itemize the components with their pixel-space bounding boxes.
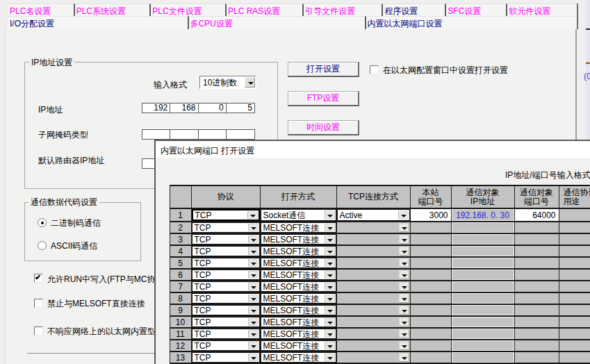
ip-octet-2[interactable]: 168: [170, 104, 198, 113]
tab-r1-1[interactable]: PLC名设置: [6, 3, 74, 16]
open-method-combobox[interactable]: MELSOFT连接: [261, 258, 336, 268]
protocol-combobox[interactable]: TCP: [192, 246, 260, 256]
time-settings-button[interactable]: 时间设置: [288, 120, 359, 135]
protocol-combobox[interactable]: TCP: [192, 305, 260, 315]
dropdown-icon[interactable]: [325, 210, 335, 220]
subnet-octet-1[interactable]: [142, 130, 170, 139]
protocol-combobox[interactable]: TCP: [192, 222, 260, 233]
open-method-combobox[interactable]: MELSOFT连接: [261, 234, 336, 245]
open-method-combobox[interactable]: MELSOFT连接: [261, 352, 336, 363]
dropdown-icon[interactable]: [399, 282, 409, 291]
dropdown-icon[interactable]: [325, 295, 335, 302]
open-settings-button[interactable]: 打开设置: [288, 62, 359, 77]
tab-r1-8[interactable]: 软元件设置: [506, 3, 577, 16]
open-method-combobox[interactable]: MELSOFT连接: [261, 340, 336, 351]
open-method-combobox[interactable]: MELSOFT连接: [261, 293, 336, 304]
open-method-cell: MELSOFT连接: [261, 340, 337, 352]
ethernet-config-checkbox[interactable]: [370, 65, 379, 74]
run-write-checkbox[interactable]: ✔: [34, 274, 43, 283]
dropdown-icon[interactable]: [325, 283, 335, 290]
ip-octet-3[interactable]: 0: [199, 104, 227, 113]
dropdown-icon[interactable]: [325, 271, 335, 279]
protocol-combobox[interactable]: TCP: [192, 281, 260, 292]
open-method-combobox[interactable]: MELSOFT连接: [261, 329, 336, 339]
dropdown-icon[interactable]: [325, 318, 335, 326]
protocol-combobox[interactable]: TCP: [192, 293, 260, 304]
subnet-octet-4[interactable]: [227, 130, 254, 139]
dropdown-icon[interactable]: [399, 353, 409, 362]
dropdown-icon[interactable]: [325, 259, 335, 267]
dropdown-icon[interactable]: [399, 306, 409, 315]
open-method-combobox[interactable]: MELSOFT连接: [261, 246, 336, 256]
dropdown-icon[interactable]: [399, 235, 409, 244]
dropdown-icon[interactable]: [398, 210, 409, 220]
dropdown-icon[interactable]: [399, 270, 409, 279]
dropdown-icon[interactable]: [325, 224, 335, 231]
dropdown-icon[interactable]: [248, 306, 259, 314]
tab-r1-7[interactable]: SFC设置: [445, 3, 506, 16]
open-method-combobox[interactable]: MELSOFT连接: [261, 305, 336, 315]
ip-octet-4[interactable]: 5: [227, 104, 254, 113]
dropdown-icon[interactable]: [248, 235, 259, 243]
dropdown-icon[interactable]: [325, 247, 335, 255]
open-method-combobox[interactable]: MELSOFT连接: [261, 317, 336, 327]
ip-address-input[interactable]: 192 168 0 5: [142, 103, 255, 113]
protocol-combobox[interactable]: TCP: [192, 317, 260, 327]
input-format-combobox[interactable]: 10进制数: [199, 76, 256, 89]
dropdown-icon[interactable]: [248, 318, 259, 326]
protocol-combobox[interactable]: TCP: [192, 270, 260, 280]
tab-r1-3[interactable]: PLC文件设置: [149, 3, 225, 16]
open-method-combobox[interactable]: Socket通信: [261, 209, 336, 221]
subnet-octet-2[interactable]: [170, 130, 198, 139]
protocol-combobox[interactable]: TCP: [192, 258, 260, 268]
dropdown-icon[interactable]: [248, 247, 259, 255]
dropdown-icon[interactable]: [248, 224, 259, 231]
dropdown-icon[interactable]: [247, 211, 258, 219]
tab-r2-2[interactable]: 多CPU设置: [188, 16, 365, 29]
open-method-combobox[interactable]: MELSOFT连接: [261, 270, 336, 280]
protocol-combobox[interactable]: TCP: [192, 340, 260, 351]
dropdown-icon[interactable]: [325, 342, 335, 349]
dropdown-icon[interactable]: [399, 247, 409, 256]
ascii-radio[interactable]: [38, 241, 47, 250]
dropdown-icon[interactable]: [248, 295, 259, 302]
open-method-combobox[interactable]: MELSOFT连接: [261, 281, 336, 292]
dropdown-icon[interactable]: [399, 329, 409, 338]
dropdown-icon[interactable]: [399, 258, 409, 267]
dropdown-icon[interactable]: [248, 354, 259, 361]
dropdown-icon[interactable]: [248, 283, 259, 290]
tab-r1-6[interactable]: 程序设置: [382, 3, 445, 16]
protocol-combobox[interactable]: TCP: [192, 329, 260, 339]
dropdown-icon[interactable]: [325, 330, 335, 338]
no-response-checkbox[interactable]: [34, 326, 43, 336]
tab-r2-1[interactable]: I/O分配设置: [6, 16, 188, 29]
ip-octet-1[interactable]: 192: [142, 104, 170, 113]
tab-r2-3[interactable]: 内置以太网端口设置: [365, 16, 577, 29]
dropdown-icon[interactable]: [325, 354, 335, 361]
open-method-combobox[interactable]: MELSOFT连接: [261, 222, 336, 233]
dropdown-icon[interactable]: [248, 271, 259, 279]
dropdown-icon[interactable]: [248, 259, 259, 267]
protocol-combobox[interactable]: TCP: [192, 352, 260, 363]
dropdown-icon[interactable]: [248, 342, 259, 349]
dropdown-icon[interactable]: [399, 223, 409, 232]
dropdown-icon[interactable]: [325, 235, 335, 243]
dropdown-icon[interactable]: [399, 317, 409, 326]
protocol-combobox[interactable]: TCP: [192, 209, 260, 221]
tab-r1-2[interactable]: PLC系统设置: [74, 3, 150, 16]
protocol-combobox[interactable]: TCP: [192, 234, 260, 245]
dialog-titlebar[interactable]: 内置以太网端口 打开设置: [156, 141, 590, 158]
dropdown-icon[interactable]: [248, 330, 259, 338]
dropdown-icon[interactable]: [399, 294, 409, 303]
subnet-octet-3[interactable]: [199, 130, 227, 139]
dropdown-icon[interactable]: [325, 306, 335, 314]
tab-r1-4[interactable]: PLC RAS设置: [225, 3, 302, 16]
input-format-dropdown-icon[interactable]: [245, 77, 255, 88]
tab-r1-5[interactable]: 引导文件设置: [302, 3, 382, 16]
binary-radio[interactable]: [38, 218, 47, 227]
subnet-mask-input[interactable]: [142, 129, 255, 140]
ftp-settings-button[interactable]: FTP设置: [288, 91, 359, 106]
tcp-mode-combobox[interactable]: Active: [337, 209, 410, 221]
melsoft-block-checkbox[interactable]: [34, 299, 43, 308]
dropdown-icon[interactable]: [399, 341, 409, 350]
